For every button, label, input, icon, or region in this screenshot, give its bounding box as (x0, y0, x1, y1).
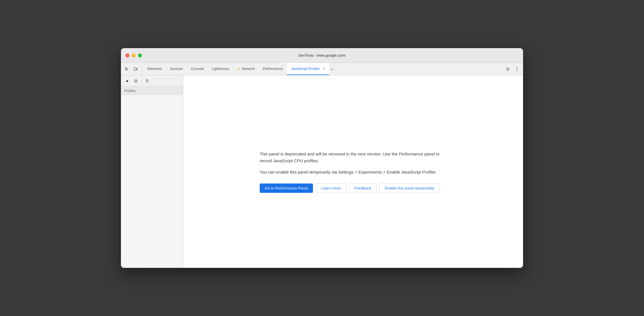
content-panel: This panel is deprecated and will be rem… (183, 75, 523, 268)
svg-point-3 (507, 68, 509, 70)
window-title: DevTools - www.google.com/ (298, 53, 346, 57)
tab-console[interactable]: Console (187, 63, 208, 75)
minimize-button[interactable] (132, 54, 136, 57)
stop-button[interactable]: ⊘ (132, 78, 139, 84)
action-buttons: Go to Performance Panel Learn more Feedb… (260, 183, 447, 193)
tab-elements[interactable]: Elements (143, 63, 166, 75)
svg-point-4 (517, 67, 517, 68)
toolbar-left (123, 63, 142, 75)
tab-bar: Elements Sources Console Lighthouse ⚠ Ne… (121, 63, 523, 75)
svg-point-6 (517, 70, 517, 71)
svg-rect-1 (137, 68, 138, 70)
sidebar: ● ⊘ Profiles (121, 75, 183, 268)
sidebar-toolbar: ● ⊘ (121, 75, 183, 87)
profiles-label: Profiles (121, 87, 183, 95)
learn-more-button[interactable]: Learn more (316, 183, 346, 193)
window-controls (125, 54, 142, 57)
svg-point-5 (517, 69, 517, 69)
close-button[interactable] (125, 54, 129, 57)
deprecation-message: This panel is deprecated and will be rem… (243, 139, 464, 204)
tab-performance[interactable]: Performance (259, 63, 287, 75)
maximize-button[interactable] (138, 54, 142, 57)
main-area: ● ⊘ Profiles This panel is deprecated an… (121, 75, 523, 268)
tab-lighthouse[interactable]: Lighthouse (208, 63, 233, 75)
enable-temporarily-button[interactable]: Enable this panel temporarily (379, 183, 440, 193)
tab-js-profiler[interactable]: JavaScript Profiler ✕ (287, 63, 329, 75)
deprecation-paragraph-1: This panel is deprecated and will be rem… (260, 151, 447, 164)
tab-network[interactable]: ⚠ Network (233, 63, 259, 75)
devtools-window: DevTools - www.google.com/ Elemen (121, 48, 523, 268)
device-toggle-icon[interactable] (132, 65, 140, 73)
overflow-icon[interactable]: » (329, 63, 336, 75)
deprecation-text: This panel is deprecated and will be rem… (260, 151, 447, 176)
tab-close-icon[interactable]: ✕ (322, 67, 325, 70)
feedback-button[interactable]: Feedback (349, 183, 376, 193)
toolbar-divider (141, 78, 142, 84)
delete-button[interactable] (144, 78, 151, 84)
more-options-icon[interactable] (513, 65, 521, 73)
settings-icon[interactable] (504, 65, 512, 73)
sidebar-content (121, 95, 183, 268)
title-bar: DevTools - www.google.com/ (121, 48, 523, 63)
toolbar-right (504, 63, 521, 75)
tabs-list: Elements Sources Console Lighthouse ⚠ Ne… (143, 63, 504, 75)
inspect-icon[interactable] (123, 65, 131, 73)
tab-sources[interactable]: Sources (166, 63, 187, 75)
goto-performance-button[interactable]: Go to Performance Panel (260, 183, 313, 193)
warning-icon: ⚠ (237, 67, 240, 71)
deprecation-paragraph-2: You can enable this panel temporarily vi… (260, 169, 447, 176)
record-button[interactable]: ● (124, 78, 131, 84)
